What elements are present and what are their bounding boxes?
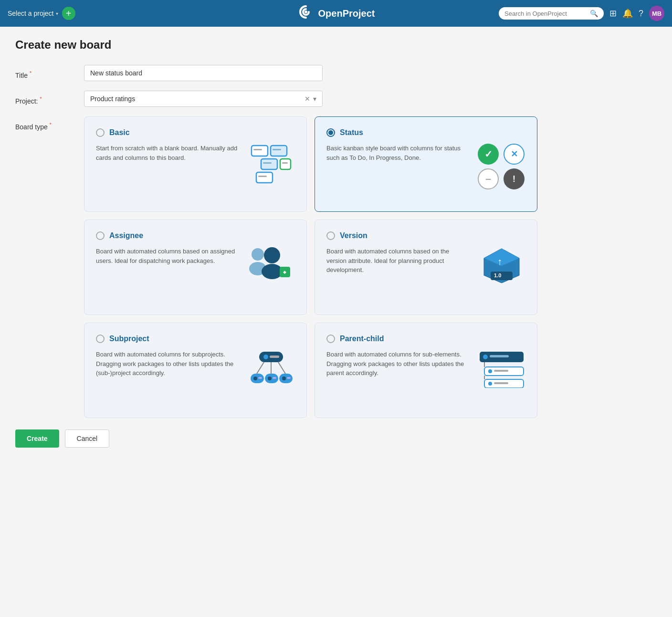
svg-point-29: [253, 376, 257, 380]
header-right: 🔍 ⊞ 🔔 ? MB: [380, 6, 664, 21]
board-type-assignee-title: Assignee: [109, 231, 143, 240]
board-type-parent-child-title: Parent-child: [340, 335, 384, 343]
board-type-subproject-desc: Board with automated columns for subproj…: [96, 350, 240, 378]
svg-rect-30: [258, 377, 262, 379]
svg-point-38: [483, 355, 488, 359]
parent-child-icon: [478, 350, 525, 388]
svg-point-0: [304, 10, 307, 13]
board-type-subproject-title: Subproject: [109, 335, 149, 343]
svg-point-13: [264, 247, 280, 263]
svg-point-11: [252, 248, 264, 261]
svg-rect-24: [270, 356, 279, 358]
svg-rect-6: [263, 162, 272, 164]
svg-rect-4: [273, 149, 281, 150]
svg-rect-39: [490, 355, 509, 357]
svg-point-42: [488, 369, 492, 373]
search-icon: 🔍: [590, 10, 598, 17]
board-type-basic-desc: Start from scratch with a blank board. M…: [96, 144, 240, 162]
board-type-version-title: Version: [340, 231, 368, 240]
project-select[interactable]: Product ratings ✕ ▾: [84, 91, 323, 107]
logo-text: OpenProject: [318, 8, 375, 19]
avatar[interactable]: MB: [649, 6, 664, 21]
logo: OpenProject: [297, 3, 375, 24]
svg-rect-10: [258, 176, 267, 177]
grid-icon[interactable]: ⊞: [609, 8, 617, 19]
status-minus-circle: –: [478, 168, 499, 189]
project-row: Project: * Product ratings ✕ ▾: [15, 91, 557, 107]
svg-rect-33: [273, 377, 276, 379]
svg-rect-7: [280, 159, 291, 169]
version-icon: ↑ 1.0: [478, 247, 525, 285]
logo-icon: [297, 3, 315, 24]
status-icon: ✓ ✕ – !: [478, 144, 525, 189]
svg-text:⬥: ⬥: [283, 268, 286, 275]
create-button[interactable]: Create: [15, 429, 59, 448]
chevron-down-icon[interactable]: ▾: [313, 95, 316, 103]
cancel-button[interactable]: Cancel: [65, 429, 110, 448]
board-type-status-title: Status: [340, 128, 363, 137]
title-input[interactable]: [84, 65, 323, 81]
board-type-options: Basic Start from scratch with a blank bo…: [84, 116, 537, 418]
basic-icon: [247, 144, 295, 187]
board-type-label: Board type *: [15, 116, 73, 131]
board-grid: Basic Start from scratch with a blank bo…: [84, 116, 537, 418]
search-box[interactable]: 🔍: [499, 7, 604, 20]
clear-icon[interactable]: ✕: [304, 95, 310, 103]
svg-point-32: [268, 376, 272, 380]
svg-rect-47: [494, 382, 508, 384]
title-label: Title *: [15, 65, 73, 79]
svg-point-46: [488, 382, 492, 386]
radio-version[interactable]: [326, 231, 335, 240]
add-project-button[interactable]: +: [62, 7, 75, 20]
radio-subproject[interactable]: [96, 335, 105, 343]
svg-rect-5: [261, 159, 277, 169]
board-type-basic[interactable]: Basic Start from scratch with a blank bo…: [84, 116, 307, 212]
svg-rect-36: [287, 377, 291, 379]
board-type-subproject[interactable]: Subproject Board with automated columns …: [84, 323, 307, 418]
radio-basic[interactable]: [96, 128, 105, 137]
chevron-down-icon: ▾: [56, 11, 58, 16]
svg-line-25: [257, 362, 264, 374]
title-row: Title *: [15, 65, 557, 81]
svg-line-27: [278, 362, 285, 374]
project-select-value: Product ratings: [90, 95, 301, 103]
radio-status[interactable]: [326, 128, 335, 137]
subproject-icon: [247, 350, 295, 393]
bell-icon[interactable]: 🔔: [622, 8, 633, 19]
svg-text:↑: ↑: [497, 256, 502, 267]
status-check-circle: ✓: [478, 144, 499, 165]
main-content: Create new board Title * Project: * Prod…: [0, 27, 573, 459]
status-exclaim-circle: !: [504, 168, 525, 189]
assignee-icon: ⬥: [247, 247, 295, 280]
board-type-version-desc: Board with automated columns based on th…: [326, 247, 470, 275]
board-type-row: Board type * Basic Start from scratch wi…: [15, 116, 557, 418]
header-left: Select a project ▾ +: [8, 7, 292, 20]
page-title: Create new board: [15, 38, 557, 52]
board-type-status-desc: Basic kanban style board with columns fo…: [326, 144, 470, 162]
radio-parent-child[interactable]: [326, 335, 335, 343]
help-icon[interactable]: ?: [639, 9, 643, 19]
board-type-assignee[interactable]: Assignee Board with automated columns ba…: [84, 220, 307, 315]
select-project-button[interactable]: Select a project ▾: [8, 10, 58, 17]
search-input[interactable]: [504, 10, 587, 17]
board-type-parent-child[interactable]: Parent-child Board with automated column…: [315, 323, 537, 418]
svg-point-14: [262, 264, 283, 279]
board-type-version[interactable]: Version Board with automated columns bas…: [315, 220, 537, 315]
project-select-wrapper: Product ratings ✕ ▾: [84, 91, 323, 107]
header: Select a project ▾ + OpenProject 🔍 ⊞ 🔔 ?…: [0, 0, 672, 27]
svg-rect-9: [256, 172, 273, 183]
svg-point-23: [263, 355, 268, 359]
board-type-status[interactable]: Status Basic kanban style board with col…: [315, 116, 537, 212]
svg-text:1.0: 1.0: [494, 272, 501, 278]
svg-rect-3: [271, 146, 287, 156]
board-type-assignee-desc: Board with automated columns based on as…: [96, 247, 240, 265]
board-type-basic-title: Basic: [109, 128, 130, 137]
footer-buttons: Create Cancel: [15, 429, 557, 448]
svg-rect-43: [494, 370, 508, 372]
svg-rect-8: [282, 162, 288, 164]
board-type-parent-child-desc: Board with automated columns for sub-ele…: [326, 350, 470, 378]
svg-rect-1: [252, 146, 268, 156]
radio-assignee[interactable]: [96, 231, 105, 240]
svg-point-35: [282, 376, 286, 380]
svg-rect-2: [253, 149, 262, 150]
